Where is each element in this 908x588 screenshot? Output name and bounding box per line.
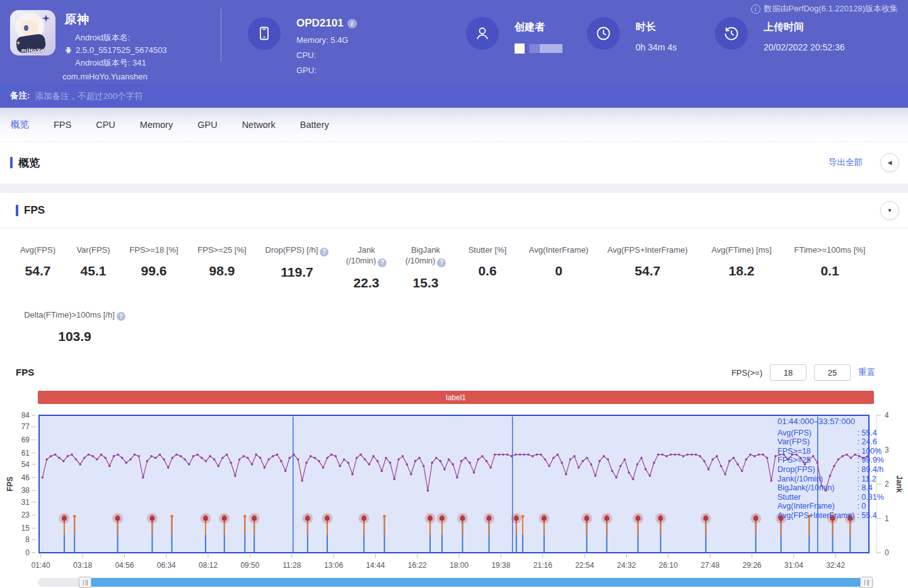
svg-text:14:44: 14:44	[366, 561, 385, 570]
upload-value: 20/02/2022 20:52:36	[764, 42, 844, 52]
tab-network[interactable]: Network	[242, 120, 276, 130]
note-input[interactable]	[35, 91, 363, 101]
svg-text:08:12: 08:12	[199, 561, 218, 570]
chart-scrollbar	[0, 577, 908, 588]
fps-chart-canvas[interactable]: 84776961544638312315804321001:4003:1804:…	[0, 409, 908, 574]
svg-text:04:56: 04:56	[115, 561, 134, 570]
scrollbar-handle-left[interactable]	[79, 577, 91, 588]
device-gpu: GPU:	[296, 66, 357, 75]
metric-value: 18.2	[697, 263, 786, 279]
metric-value: 0.6	[455, 263, 520, 279]
collapse-left-button[interactable]: ◀	[880, 153, 899, 172]
metric-avg-fps-: Avg(FPS)54.7	[10, 245, 66, 291]
svg-text:11:28: 11:28	[282, 561, 301, 570]
reset-link[interactable]: 重置	[858, 367, 875, 378]
help-icon[interactable]: ?	[117, 312, 125, 321]
svg-text:19:38: 19:38	[491, 561, 510, 570]
fps-chart-title: FPS	[16, 367, 34, 378]
metric-avg-ftime-ms-: Avg(FTime) [ms]18.2	[697, 245, 786, 291]
info-icon[interactable]: i	[751, 4, 760, 14]
svg-text:29:26: 29:26	[742, 561, 761, 570]
svg-text:0: 0	[25, 548, 30, 557]
fps-section-header: FPS ▼	[0, 193, 908, 228]
svg-text:21:16: 21:16	[533, 561, 552, 570]
tab-fps[interactable]: FPS	[54, 120, 71, 130]
svg-text:24:32: 24:32	[617, 561, 636, 570]
fps-chart-header: FPS FPS(>=) 重置	[0, 364, 908, 383]
metric-value: 15.3	[396, 275, 455, 291]
app-version-name: 2.5.0_5517525_5674503	[64, 45, 167, 55]
fps-threshold-input-1[interactable]	[770, 364, 806, 381]
metric-value: 99.6	[121, 263, 187, 279]
help-icon[interactable]: ?	[437, 258, 446, 267]
fps-metrics-row: Avg(FPS)54.7Var(FPS)45.1FPS>=18 [%]99.6F…	[0, 228, 908, 291]
note-bar: 备注:	[0, 84, 908, 108]
upload-label: 上传时间	[764, 21, 844, 34]
note-label: 备注:	[10, 90, 30, 101]
collapse-down-button[interactable]: ▼	[880, 201, 899, 220]
fps-chart[interactable]: 84776961544638312315804321001:4003:1804:…	[0, 409, 908, 574]
tab-battery[interactable]: Battery	[300, 120, 329, 130]
android-icon	[64, 46, 73, 54]
svg-text:84: 84	[21, 411, 30, 420]
metric-value: 98.9	[187, 263, 257, 279]
metric-ftime>=100ms-: FTime>=100ms [%]0.1	[786, 245, 874, 291]
svg-text:FPS: FPS	[6, 476, 15, 491]
tab-概览[interactable]: 概览	[11, 118, 29, 130]
metric-stutter-: Stutter [%]0.6	[455, 245, 520, 291]
svg-text:69: 69	[21, 435, 30, 444]
tab-cpu[interactable]: CPU	[96, 120, 115, 130]
svg-text:22:54: 22:54	[575, 561, 594, 570]
duration-label: 时长	[636, 21, 677, 34]
metric-value: 0.1	[786, 263, 874, 279]
scrollbar-range[interactable]	[91, 578, 863, 587]
overview-section-header: 概览 导出全部 ◀	[0, 142, 908, 183]
svg-text:0: 0	[885, 548, 889, 557]
svg-text:61: 61	[21, 449, 30, 458]
metric-jank: Jank(/10min)?22.3	[337, 245, 396, 291]
clock-icon	[587, 17, 620, 50]
svg-text:2: 2	[885, 480, 889, 488]
metric-bigjank: BigJank(/10min)?15.3	[396, 245, 455, 291]
svg-text:Jank: Jank	[895, 475, 904, 493]
help-icon[interactable]: ?	[378, 258, 387, 267]
svg-text:3: 3	[885, 446, 889, 454]
svg-text:8: 8	[25, 535, 30, 544]
tab-memory[interactable]: Memory	[140, 120, 173, 130]
export-all-link[interactable]: 导出全部	[829, 157, 863, 168]
svg-text:23: 23	[21, 510, 30, 519]
fps-title: FPS	[0, 204, 45, 217]
metric-value: 54.7	[10, 263, 66, 279]
svg-text:26:10: 26:10	[659, 561, 678, 570]
svg-text:16:22: 16:22	[408, 561, 427, 570]
svg-text:32:42: 32:42	[826, 561, 845, 570]
svg-text:03:18: 03:18	[73, 561, 92, 570]
metric-value: 45.1	[66, 263, 121, 279]
svg-text:77: 77	[21, 422, 30, 431]
tab-gpu[interactable]: GPU	[197, 120, 217, 130]
fps-section: FPS ▼ Avg(FPS)54.7Var(FPS)45.1FPS>=18 [%…	[0, 193, 908, 588]
device-icon	[248, 17, 281, 50]
svg-text:01:40: 01:40	[32, 561, 50, 570]
svg-text:09:50: 09:50	[240, 561, 259, 570]
creator-label: 创建者	[515, 21, 562, 34]
fps-threshold-input-2[interactable]	[814, 364, 851, 381]
svg-text:13:06: 13:06	[324, 561, 343, 570]
device-cpu: CPU:	[296, 50, 357, 60]
scrollbar-handle-right[interactable]	[860, 577, 873, 588]
collector-note: i 数据由PerfDog(6.1.220128)版本收集	[751, 3, 898, 14]
title-accent-bar	[10, 157, 13, 168]
chart-label-bar[interactable]: label1	[38, 391, 874, 404]
svg-text:54: 54	[21, 460, 30, 469]
metric-drop-fps-h-: Drop(FPS) [/h]?119.7	[257, 245, 337, 291]
svg-text:06:34: 06:34	[157, 561, 176, 570]
app-block: miHoYo 原神 Android版本名: 2.5.0_5517525_5674…	[10, 10, 167, 81]
title-accent-bar	[16, 205, 18, 216]
metric-avg-interframe-: Avg(InterFrame)0	[520, 245, 598, 291]
svg-text:38: 38	[21, 486, 30, 495]
device-block: OPD2101 i Memory: 5.4G CPU: GPU:	[248, 17, 357, 75]
help-icon[interactable]: ?	[320, 248, 329, 257]
device-info-icon[interactable]: i	[347, 19, 357, 28]
creator-name-redacted	[515, 43, 562, 54]
app-title: 原神	[64, 11, 167, 28]
